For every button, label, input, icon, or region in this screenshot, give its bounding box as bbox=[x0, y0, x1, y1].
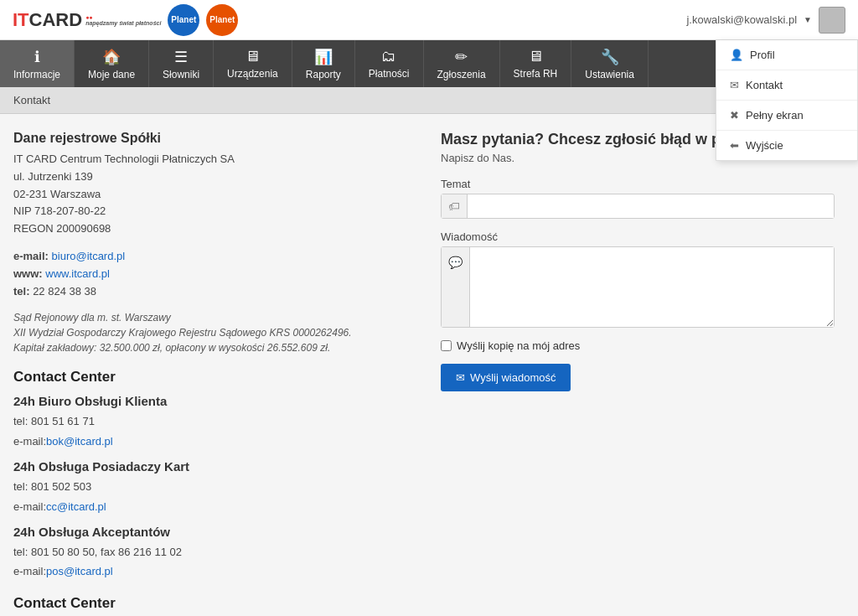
dropdown-item-kontakt[interactable]: ✉ Kontakt bbox=[716, 70, 857, 101]
user-dropdown-menu: 👤 Profil ✉ Kontakt ✖ Pełny ekran ⬅ Wyjśc… bbox=[716, 40, 858, 161]
dropdown-item-profil[interactable]: 👤 Profil bbox=[716, 40, 857, 70]
dropdown-item-fullscreen[interactable]: ✖ Pełny ekran bbox=[716, 101, 857, 131]
fullscreen-icon: ✖ bbox=[730, 109, 739, 122]
logout-icon: ⬅ bbox=[730, 139, 739, 152]
user-icon: 👤 bbox=[730, 49, 743, 61]
envelope-icon: ✉ bbox=[730, 79, 739, 91]
dropdown-item-logout[interactable]: ⬅ Wyjście bbox=[716, 131, 857, 160]
